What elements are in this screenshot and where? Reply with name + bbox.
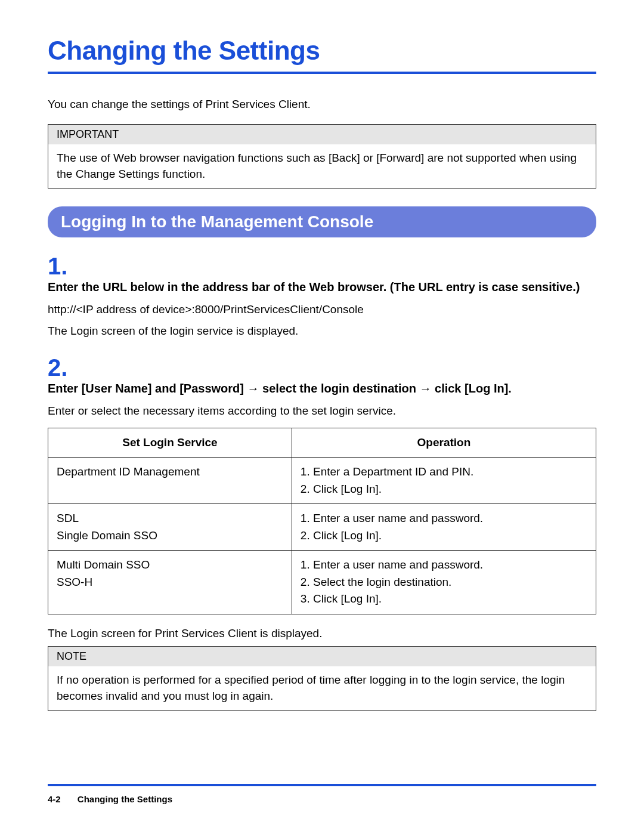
table-cell-service: Multi Domain SSO SSO-H [48,551,292,614]
step-2: 2. Enter [User Name] and [Password] → se… [48,356,596,710]
table-cell-service: SDL Single Domain SSO [48,504,292,551]
important-label: IMPORTANT [48,125,596,144]
after-table-text: The Login screen for Print Services Clie… [48,625,596,642]
step-2-heading: Enter [User Name] and [Password] → selec… [48,381,596,397]
table-row: Multi Domain SSO SSO-H 1. Enter a user n… [48,551,596,614]
step-2-number: 2. [48,356,596,379]
important-text: The use of Web browser navigation functi… [48,144,596,188]
page-title: Changing the Settings [48,36,596,74]
step-1-number: 1. [48,254,596,278]
table-row: SDL Single Domain SSO 1. Enter a user na… [48,504,596,551]
login-service-table: Set Login Service Operation Department I… [48,428,596,614]
important-callout: IMPORTANT The use of Web browser navigat… [48,124,596,189]
note-text: If no operation is performed for a speci… [48,666,596,710]
page-footer: 4-2 Changing the Settings [48,794,172,804]
table-header-service: Set Login Service [48,428,292,458]
table-cell-operation: 1. Enter a user name and password. 2. Cl… [292,504,596,551]
table-cell-operation: 1. Enter a Department ID and PIN. 2. Cli… [292,458,596,504]
section-heading: Logging In to the Management Console [48,206,596,237]
page-number: 4-2 [48,794,61,804]
footer-title: Changing the Settings [78,794,172,804]
note-callout: NOTE If no operation is performed for a … [48,646,596,710]
step-1-heading: Enter the URL below in the address bar o… [48,279,596,295]
step-1-line-1: http://<IP address of device>:8000/Print… [48,301,596,318]
note-label: NOTE [48,647,596,666]
table-row: Department ID Management 1. Enter a Depa… [48,458,596,504]
step-1: 1. Enter the URL below in the address ba… [48,254,596,339]
intro-text: You can change the settings of Print Ser… [48,98,596,111]
step-2-line-1: Enter or select the necessary items acco… [48,403,596,419]
table-cell-service: Department ID Management [48,458,292,504]
step-1-line-2: The Login screen of the login service is… [48,323,596,339]
footer-rule [48,784,596,786]
table-header-operation: Operation [292,428,596,458]
table-cell-operation: 1. Enter a user name and password. 2. Se… [292,551,596,614]
